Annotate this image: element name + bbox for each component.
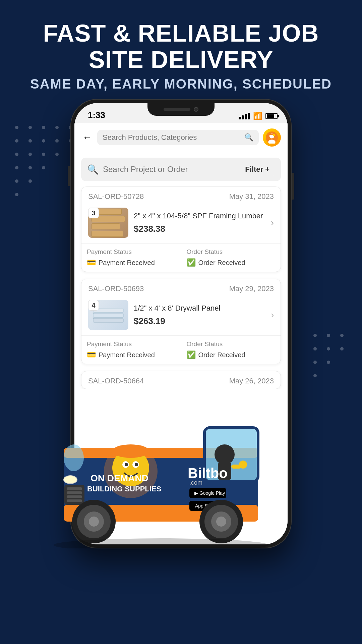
top-search-bar[interactable]: 🔍 [97,130,259,145]
order-2-info: 1/2" x 4' x 8' Drywall Panel $263.19 [134,304,265,326]
order-card-1: SAL-ORD-50728 May 31, 2023 3 [81,186,281,272]
orders-list: SAL-ORD-50728 May 31, 2023 3 [74,186,288,389]
order-1-quantity: 3 [88,208,99,218]
svg-point-11 [28,153,32,156]
order-1-chevron-icon[interactable]: › [271,217,274,228]
user-avatar[interactable] [263,128,281,147]
svg-point-22 [340,334,344,337]
svg-point-27 [327,361,330,364]
svg-rect-55 [114,448,147,453]
svg-point-64 [64,444,84,471]
svg-rect-35 [93,313,123,317]
svg-text:Biltbo: Biltbo [188,465,228,481]
speaker [164,108,190,111]
payment-received-icon-2: 💳 [87,351,96,359]
order-2-payment-cell: Payment Status 💳 Payment Received [81,336,181,364]
svg-point-13 [55,153,59,156]
order-1-price: $238.38 [134,224,265,234]
top-search-input[interactable] [103,133,241,142]
order-2-order-cell: Order Status ✅ Order Received [181,336,281,364]
svg-point-1 [28,126,32,129]
svg-point-26 [313,361,317,364]
hero-title: FAST & RELIABLE JOB SITE DELIVERY [13,20,349,73]
order-1-body[interactable]: 3 2" x 4" x 104-5/8" SPF Fram [81,204,281,243]
order-2-payment-label: Payment Status [87,340,176,348]
order-2-status-row: Payment Status 💳 Payment Received Order … [81,335,281,364]
svg-point-47 [239,461,247,469]
svg-point-15 [28,166,32,169]
order-2-id: SAL-ORD-50693 [88,284,144,293]
svg-point-2 [42,126,45,129]
order-card-2: SAL-ORD-50693 May 29, 2023 4 [81,279,281,364]
battery-icon [265,113,278,119]
search-icon: 🔍 [244,133,253,142]
svg-point-70 [64,476,77,484]
back-button[interactable]: ← [81,131,93,144]
order-1-payment-value: 💳 Payment Received [87,258,176,267]
svg-rect-36 [93,318,123,322]
order-1-order-cell: Order Status ✅ Order Received [181,244,281,272]
order-1-status-row: Payment Status 💳 Payment Received Order … [81,243,281,272]
svg-point-53 [135,463,138,466]
order-2-product-name: 1/2" x 4' x 8' Drywall Panel [134,304,265,313]
svg-point-23 [313,347,317,351]
svg-point-14 [15,166,18,169]
svg-point-16 [42,166,45,169]
order-1-order-label: Order Status [187,248,276,256]
top-nav: ← 🔍 [74,123,288,152]
svg-point-20 [313,334,317,337]
order-1-header: SAL-ORD-50728 May 31, 2023 [81,187,281,204]
wifi-icon: 📶 [253,112,262,120]
svg-point-12 [42,153,45,156]
order-2-order-label: Order Status [187,340,276,348]
svg-point-0 [15,126,18,129]
order-search-input[interactable] [103,165,236,174]
order-2-price: $263.19 [134,316,265,326]
svg-point-5 [15,139,18,143]
svg-rect-68 [67,495,82,498]
signal-icon [239,113,250,119]
svg-text:ON DEMAND: ON DEMAND [90,473,148,483]
svg-point-7 [42,139,45,143]
order-received-icon-2: ✅ [187,351,196,359]
svg-point-17 [15,179,18,183]
order-2-chevron-icon[interactable]: › [271,310,274,320]
svg-point-52 [125,463,128,466]
svg-text:.com: .com [189,479,202,486]
svg-rect-67 [67,491,82,494]
svg-point-8 [55,139,59,143]
order-received-icon: ✅ [187,258,196,267]
svg-point-18 [28,179,32,183]
svg-point-10 [15,153,18,156]
svg-point-6 [28,139,32,143]
svg-point-33 [273,134,275,136]
svg-rect-66 [67,487,82,490]
order-2-payment-value: 💳 Payment Received [87,351,176,359]
order-search-bar[interactable]: 🔍 Filter + [81,158,281,181]
status-time: 1:33 [88,110,105,120]
svg-point-28 [313,374,317,377]
order-1-payment-label: Payment Status [87,248,176,256]
order-1-payment-cell: Payment Status 💳 Payment Received [81,244,181,272]
phone-notch [147,103,215,116]
order-1-date: May 31, 2023 [229,192,274,201]
svg-text:BUILDING SUPPLIES: BUILDING SUPPLIES [87,485,161,493]
svg-point-44 [215,444,235,465]
order-2-body[interactable]: 4 1/2" x 4 [81,297,281,335]
hero-section: FAST & RELIABLE JOB SITE DELIVERY SAME D… [0,20,362,92]
svg-point-24 [327,347,330,351]
phone-mockup: 1:33 📶 ← [70,99,292,548]
order-2-date: May 29, 2023 [229,284,274,293]
payment-received-icon: 💳 [87,258,96,267]
order-2-order-value: ✅ Order Received [187,351,276,359]
order-1-order-value: ✅ Order Received [187,258,276,267]
van-image: ON DEMAND BUILDING SUPPLIES Biltbo .com … [44,381,298,548]
order-2-header: SAL-ORD-50693 May 29, 2023 [81,279,281,297]
hero-subtitle: SAME DAY, EARLY MORNING, SCHEDULED [13,76,349,92]
svg-point-21 [327,334,330,337]
front-camera [194,107,198,112]
svg-rect-69 [67,499,82,502]
svg-point-74 [89,517,99,527]
svg-text:▶ Google Play: ▶ Google Play [194,490,225,496]
filter-button[interactable]: Filter + [240,162,275,176]
